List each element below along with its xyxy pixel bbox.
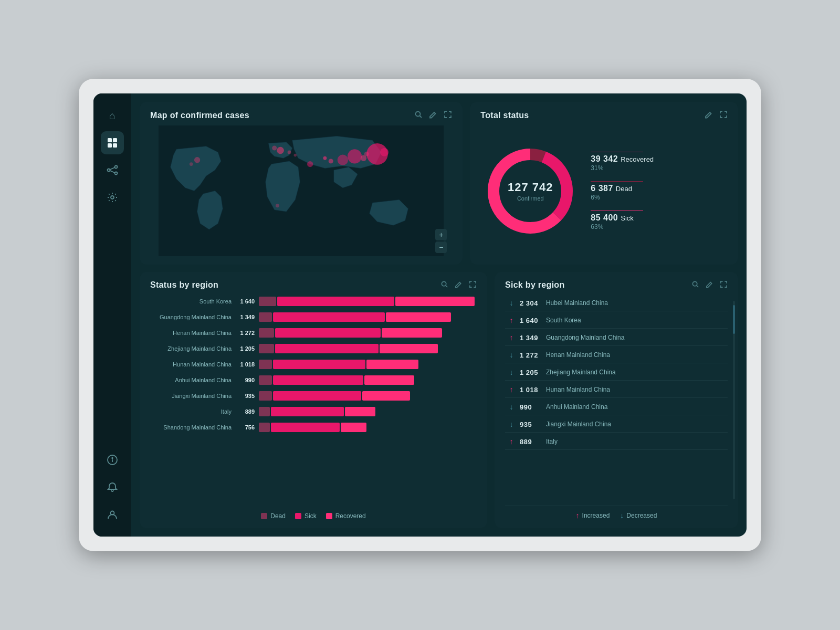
legend-recovered: 39 342 Recovered 31% <box>591 152 654 172</box>
sick-segment <box>273 391 361 401</box>
sick-num: 2 304 <box>520 299 542 307</box>
sick-region-name: Henan Mainland China <box>546 351 726 359</box>
svg-point-32 <box>276 204 279 207</box>
sick-segment <box>273 360 366 369</box>
svg-point-5 <box>115 166 118 169</box>
recovered-segment <box>364 375 414 385</box>
sick-num: 1 205 <box>520 369 542 376</box>
sick-list-item: ↓ 935 Jiangxi Mainland China <box>505 416 728 433</box>
sick-list-item: ↑ 1 640 South Korea <box>505 312 728 329</box>
dead-segment <box>259 375 272 385</box>
bar-value: 889 <box>236 408 255 415</box>
region-edit-icon[interactable] <box>455 280 463 290</box>
sick-region-name: South Korea <box>546 317 726 324</box>
sick-num: 1 349 <box>520 334 542 342</box>
svg-point-30 <box>288 151 291 154</box>
svg-point-12 <box>112 458 113 459</box>
dead-legend-label: Dead <box>270 512 286 520</box>
bar-row: Shandong Mainland China 756 <box>150 421 475 434</box>
status-expand-icon[interactable] <box>719 110 728 120</box>
map-search-icon[interactable] <box>414 110 423 120</box>
region-expand-icon[interactable] <box>469 280 477 290</box>
region-search-icon[interactable] <box>440 280 448 290</box>
zoom-out-button[interactable]: − <box>435 242 447 253</box>
sick-edit-icon[interactable] <box>706 280 713 290</box>
sidebar-item-dashboard[interactable] <box>101 131 124 154</box>
dead-segment <box>259 360 272 369</box>
decreased-label: Decreased <box>626 512 657 519</box>
svg-point-31 <box>294 154 297 157</box>
svg-point-28 <box>364 152 369 156</box>
bar-track <box>259 297 475 306</box>
sick-arrow: ↑ <box>507 437 516 446</box>
sick-segment <box>271 423 340 432</box>
sidebar-item-settings[interactable] <box>101 186 124 209</box>
status-panel-icons <box>705 110 728 120</box>
dead-segment <box>259 407 270 416</box>
sick-list-item: ↓ 2 304 Hubei Mainland China <box>505 295 728 311</box>
bar-row: South Korea 1 640 <box>150 295 475 308</box>
sidebar-item-info[interactable] <box>101 448 124 471</box>
zoom-in-button[interactable]: + <box>435 229 447 240</box>
svg-point-9 <box>111 196 114 199</box>
sidebar-item-home[interactable]: ⌂ <box>101 104 124 127</box>
sick-footer: ↑ Increased ↓ Decreased <box>505 506 728 520</box>
increased-label: Increased <box>582 512 610 519</box>
sick-arrow: ↑ <box>507 316 516 324</box>
bar-value: 935 <box>236 393 255 399</box>
sick-segment <box>273 375 364 385</box>
svg-point-21 <box>272 145 277 150</box>
sick-list-item: ↓ 1 272 Henan Mainland China <box>505 347 728 363</box>
sick-panel: Sick by region <box>495 272 738 528</box>
svg-point-22 <box>307 161 313 167</box>
sick-list-item: ↓ 1 205 Zhejiang Mainland China <box>505 364 728 381</box>
map-edit-icon[interactable] <box>429 110 437 120</box>
chart-legend: Dead Sick Recovered <box>150 512 477 520</box>
map-expand-icon[interactable] <box>444 110 452 120</box>
sick-arrow: ↑ <box>507 333 516 342</box>
legend-sick: 85 400 Sick 63% <box>591 211 654 230</box>
bar-row: Henan Mainland China 1 272 <box>150 327 475 339</box>
sick-expand-icon[interactable] <box>720 280 728 290</box>
bar-value: 756 <box>236 424 255 430</box>
increased-legend: ↑ Increased <box>576 511 610 520</box>
map-panel: Map of confirmed cases <box>140 102 463 265</box>
sick-region-name: Italy <box>546 438 726 445</box>
map-panel-header: Map of confirmed cases <box>150 110 452 120</box>
sick-list-item: ↓ 990 Anhui Mainland China <box>505 399 728 415</box>
sick-arrow: ↓ <box>507 420 516 428</box>
dead-segment <box>259 297 276 306</box>
bar-value: 1 205 <box>236 345 255 352</box>
sick-num: 1 018 <box>520 386 542 394</box>
sidebar-item-profile[interactable] <box>101 503 124 526</box>
sidebar-item-connections[interactable] <box>101 159 124 182</box>
sick-num: 935 <box>520 421 542 428</box>
bar-label: South Korea <box>150 298 232 304</box>
donut-chart: 127 742 Confirmed <box>480 141 580 241</box>
status-content: 127 742 Confirmed 39 342 Recovered <box>480 125 728 256</box>
sidebar-item-notifications[interactable] <box>101 476 124 499</box>
status-edit-icon[interactable] <box>705 110 713 120</box>
dead-segment <box>259 391 272 401</box>
recovered-segment <box>382 328 442 338</box>
bar-track <box>259 312 475 322</box>
bar-row: Jiangxi Mainland China 935 <box>150 390 475 402</box>
device-frame: ⌂ <box>79 79 761 551</box>
sick-number: 85 400 <box>591 213 618 223</box>
app-container: ⌂ <box>93 93 747 537</box>
sick-search-icon[interactable] <box>691 280 699 290</box>
region-chart: South Korea 1 640 Guangdong Mainland Chi… <box>150 295 477 507</box>
sick-segment <box>275 344 379 353</box>
svg-line-40 <box>697 286 698 287</box>
sick-arrow: ↓ <box>507 299 516 307</box>
recovered-segment <box>345 407 375 416</box>
sick-num: 990 <box>520 403 542 411</box>
svg-point-14 <box>416 112 421 117</box>
scrollbar-thumb[interactable] <box>733 305 735 334</box>
svg-point-23 <box>194 157 200 163</box>
recovered-segment <box>380 344 438 353</box>
status-panel-title: Total status <box>480 111 529 120</box>
svg-point-39 <box>692 281 697 286</box>
bar-value: 1 018 <box>236 361 255 368</box>
map-area[interactable]: + − <box>150 125 452 256</box>
